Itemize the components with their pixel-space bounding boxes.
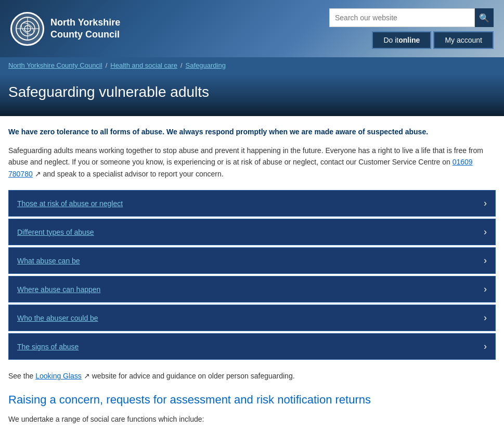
intro-paragraph: Safeguarding adults means working togeth…: [8, 145, 496, 180]
accordion-label-4: Who the abuser could be: [17, 314, 98, 322]
breadcrumb-home[interactable]: North Yorkshire County Council: [8, 61, 102, 69]
accordion-list: Those at risk of abuse or neglect › Diff…: [8, 190, 496, 360]
intro-bold-text: We have zero tolerance to all forms of a…: [8, 127, 496, 137]
main-content: We have zero tolerance to all forms of a…: [0, 116, 504, 436]
external-link-icon: ↗: [33, 170, 41, 178]
breadcrumb-health[interactable]: Health and social care: [110, 61, 177, 69]
section-heading: Raising a concern, requests for assessme…: [8, 393, 496, 408]
search-button[interactable]: 🔍: [475, 8, 494, 27]
accordion-item-5[interactable]: The signs of abuse ›: [8, 333, 496, 360]
page-title: Safeguarding vulnerable adults: [8, 84, 496, 100]
accordion-label-0: Those at risk of abuse or neglect: [17, 199, 123, 208]
breadcrumb: North Yorkshire County Council / Health …: [0, 57, 504, 73]
header-right: 🔍 Do it online My account: [329, 8, 494, 49]
accordion-label-2: What abuse can be: [17, 257, 80, 265]
accordion-label-1: Different types of abuse: [17, 228, 94, 236]
header-buttons: Do it online My account: [372, 31, 494, 49]
looking-glass-end: website for advice and guidance on older…: [90, 372, 295, 380]
accordion-label-3: Where abuse can happen: [17, 285, 100, 294]
intro-text-before-phone: Safeguarding adults means working togeth…: [8, 146, 483, 166]
accordion-item-0[interactable]: Those at risk of abuse or neglect ›: [8, 190, 496, 217]
external-link-icon-2: ↗: [82, 372, 90, 380]
accordion-item-4[interactable]: Who the abuser could be ›: [8, 305, 496, 331]
accordion-arrow-3: ›: [484, 284, 487, 295]
breadcrumb-sep-1: /: [106, 61, 108, 69]
page-title-area: Safeguarding vulnerable adults: [0, 73, 504, 116]
org-name-line1: North Yorkshire: [50, 17, 120, 29]
accordion-arrow-2: ›: [484, 255, 487, 266]
breadcrumb-sep-2: /: [180, 61, 183, 69]
logo-area: North Yorkshire County Council: [10, 12, 120, 46]
site-header: North Yorkshire County Council 🔍 Do it o…: [0, 0, 504, 57]
do-it-label: Do it: [383, 36, 398, 44]
org-logo-icon: [15, 16, 41, 42]
section-intro-text: We undertake a range of social care func…: [8, 413, 496, 425]
intro-text-after-phone: and speak to a specialist advisor to rep…: [41, 170, 224, 178]
breadcrumb-current[interactable]: Safeguarding: [186, 61, 226, 69]
do-it-online-button[interactable]: Do it online: [372, 31, 431, 49]
accordion-arrow-0: ›: [484, 198, 487, 209]
org-name-line2: County Council: [50, 29, 120, 41]
org-name: North Yorkshire County Council: [50, 17, 120, 41]
looking-glass-link[interactable]: Looking Glass: [35, 372, 82, 380]
accordion-arrow-1: ›: [484, 226, 487, 237]
accordion-label-5: The signs of abuse: [17, 343, 79, 351]
logo-circle: [10, 12, 44, 46]
see-the-text: See the: [8, 372, 35, 380]
my-account-button[interactable]: My account: [433, 31, 494, 49]
search-input[interactable]: [329, 8, 475, 27]
looking-glass-text: See the Looking Glass ↗ website for advi…: [8, 370, 496, 382]
accordion-arrow-4: ›: [484, 312, 487, 323]
accordion-item-2[interactable]: What abuse can be ›: [8, 247, 496, 274]
search-bar: 🔍: [329, 8, 494, 27]
accordion-arrow-5: ›: [484, 341, 487, 352]
accordion-item-1[interactable]: Different types of abuse ›: [8, 219, 496, 245]
accordion-item-3[interactable]: Where abuse can happen ›: [8, 276, 496, 302]
online-label: online: [398, 36, 420, 44]
